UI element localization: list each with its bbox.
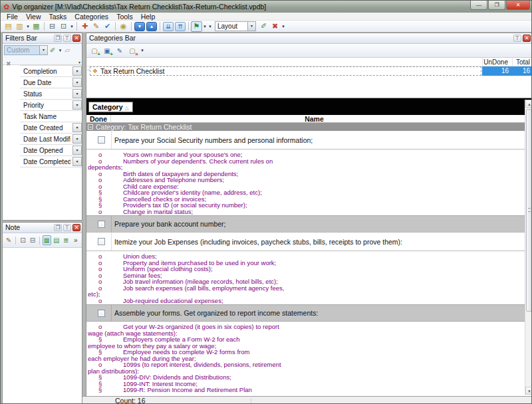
filter-preset-arrow-icon[interactable]: ▾ xyxy=(39,46,47,54)
note-print-button[interactable]: ⊟ xyxy=(29,235,37,245)
filter-row-date-last-modified[interactable]: Date Last Modified▾ xyxy=(20,134,82,145)
filter-row-priority[interactable]: Priority▾ xyxy=(20,100,82,111)
filters-overflow-icon[interactable]: ▾ xyxy=(78,60,80,64)
title-bar[interactable]: ✿ Vip organizer [M:\Vlad\Checklists\Tax … xyxy=(1,1,532,13)
print-preview-button-dropdown-icon[interactable]: ▾ xyxy=(69,24,74,29)
filter-row-date-opened[interactable]: Date Opened▾ xyxy=(20,145,82,156)
open-database-button[interactable]: ▥ xyxy=(14,21,25,32)
filter-row-date-completed[interactable]: Date Completed▾ xyxy=(20,156,82,167)
filter-row-due-date[interactable]: Due Date▾ xyxy=(20,77,82,88)
note-bullet-list-button[interactable]: ≣ xyxy=(62,235,70,245)
filter-apply-button[interactable]: ✐ xyxy=(50,47,55,54)
undone-column-header[interactable]: UnDone xyxy=(482,58,512,66)
collapse-group-icon[interactable]: − xyxy=(88,124,93,130)
note-overflow-button[interactable]: » xyxy=(72,235,80,245)
note-close-button[interactable]: ✕ xyxy=(72,224,80,231)
note-view-normal-button[interactable]: ▦ xyxy=(43,235,51,245)
task-checkbox[interactable] xyxy=(98,310,105,317)
total-column-header[interactable]: Total xyxy=(512,58,532,66)
add-category-button[interactable]: ▢+ xyxy=(89,46,100,56)
edit-category-button[interactable]: ✎ xyxy=(114,46,125,56)
filter-row-date-created[interactable]: Date Created▾ xyxy=(20,122,82,134)
task-checkbox[interactable] xyxy=(98,221,105,228)
filter-dropdown-date-created[interactable]: ▾ xyxy=(72,123,82,132)
move-up-button[interactable]: ▲ xyxy=(146,22,157,31)
task-row[interactable]: Assemble your forms. Get organized to re… xyxy=(86,304,525,322)
filter-preset-select[interactable]: Custom ▾ xyxy=(4,45,48,55)
menu-view[interactable]: View xyxy=(22,13,45,21)
add-subcategory-button[interactable]: ▣+ xyxy=(102,46,112,56)
filter-remove-button[interactable]: ✖ xyxy=(6,60,11,67)
filters-float-button[interactable]: ❐ xyxy=(54,35,62,42)
menu-tools[interactable]: Tools xyxy=(112,13,137,21)
customize-layout-button[interactable]: ✐ xyxy=(258,21,269,32)
menu-categories[interactable]: Categories xyxy=(70,13,112,21)
note-content[interactable] xyxy=(3,248,82,404)
task-checkbox[interactable] xyxy=(98,238,105,245)
filter-dropdown-date-opened[interactable]: ▾ xyxy=(72,146,82,155)
task-row[interactable]: Prepare your Social Security numbers and… xyxy=(86,131,525,150)
edit-task-button[interactable]: ✎ xyxy=(90,21,102,32)
done-column-header[interactable]: Done xyxy=(86,115,111,123)
task-row[interactable]: Itemize your Job Expenses (including inv… xyxy=(86,232,525,251)
edit-note-button[interactable]: ✎ xyxy=(5,235,13,245)
filter-dropdown-status[interactable]: ▾ xyxy=(72,89,82,98)
category-row[interactable]: ‒❖Tax Return Checklist1616 xyxy=(86,66,532,76)
task-row[interactable]: Prepare your bank account number; xyxy=(86,215,525,233)
new-task-button[interactable]: ✚ xyxy=(79,21,90,32)
scroll-down-icon[interactable]: ▼ xyxy=(525,387,532,395)
filters-pin-button[interactable]: ⊤ xyxy=(63,35,71,42)
group-by-category-chip[interactable]: Category △ xyxy=(88,102,133,112)
view-notes-button[interactable]: ◉ xyxy=(118,21,129,32)
filter-apply-dropdown-icon[interactable]: ▾ xyxy=(57,48,63,53)
categories-close-button[interactable]: ✕ xyxy=(523,35,531,42)
categories-pin-button[interactable]: ⊤ xyxy=(513,35,521,42)
menu-tasks[interactable]: Tasks xyxy=(45,13,71,21)
delete-category-button[interactable]: ▢× xyxy=(127,46,138,56)
print-preview-button[interactable]: ⊡ xyxy=(58,21,69,32)
vertical-scrollbar[interactable]: ▲ ▼ xyxy=(525,100,532,395)
scroll-up-icon[interactable]: ▲ xyxy=(525,100,532,108)
note-pin-button[interactable]: ⊤ xyxy=(63,224,71,231)
toolbar-overflow-button[interactable]: ▾ xyxy=(207,24,213,29)
note-float-button[interactable]: ❐ xyxy=(54,224,62,231)
toolbar-overflow-button[interactable]: ▾ xyxy=(281,24,286,29)
filters-close-button[interactable]: ✕ xyxy=(72,35,80,42)
complete-task-button[interactable]: ✔ xyxy=(102,21,113,32)
minimize-button[interactable]: — xyxy=(470,1,487,10)
flag-button-dropdown-icon[interactable]: ▾ xyxy=(202,24,207,29)
new-database-button[interactable]: ▤ xyxy=(3,21,14,32)
name-column-header[interactable]: Name xyxy=(111,115,517,123)
scrollbar-thumb[interactable] xyxy=(526,109,532,312)
filter-row-completion[interactable]: Completion▾ xyxy=(20,66,82,77)
edit-category-icon: ✎ xyxy=(117,47,122,54)
task-checkbox[interactable] xyxy=(98,136,105,144)
category-group-row[interactable]: − Category: Tax Return Checklist xyxy=(86,123,525,131)
filter-clear-button[interactable]: ▱ xyxy=(65,47,70,54)
toolbar-overflow-button[interactable]: ▾ xyxy=(140,48,145,53)
filter-dropdown-date-last-modified[interactable]: ▾ xyxy=(72,134,82,144)
filter-dropdown-due-date[interactable]: ▾ xyxy=(72,78,82,87)
note-print-preview-button[interactable]: ⊡ xyxy=(19,235,27,245)
print-button[interactable]: ⊟ xyxy=(47,21,58,32)
close-button[interactable]: ✕ xyxy=(506,1,530,10)
maximize-button[interactable]: ❐ xyxy=(488,1,505,10)
layout-select[interactable]: Layout ▾ xyxy=(215,21,256,31)
filter-dropdown-priority[interactable]: ▾ xyxy=(72,100,82,110)
delete-layout-button[interactable]: ✖ xyxy=(269,21,281,32)
filter-row-status[interactable]: Status▾ xyxy=(20,88,82,100)
expand-all-button[interactable]: ⇊ xyxy=(163,22,174,31)
filter-dropdown-date-completed[interactable]: ▾ xyxy=(72,157,82,166)
category-name-cell[interactable]: ❖Tax Return Checklist xyxy=(90,66,481,76)
collapse-all-button[interactable]: ⇈ xyxy=(175,22,186,31)
open-database-button-dropdown-icon[interactable]: ▾ xyxy=(25,24,31,29)
note-view-alt-button[interactable]: ▤ xyxy=(53,235,61,245)
menu-help[interactable]: Help xyxy=(137,13,160,21)
filter-row-task-name[interactable]: Task Name xyxy=(20,111,82,122)
save-database-button[interactable]: ▦ xyxy=(31,21,42,32)
menu-file[interactable]: File xyxy=(3,13,22,21)
move-down-button[interactable]: ▼ xyxy=(134,22,145,31)
filter-dropdown-completion[interactable]: ▾ xyxy=(72,66,82,76)
layout-select-arrow-icon[interactable]: ▾ xyxy=(247,22,255,31)
flag-button[interactable]: ⚑ xyxy=(191,21,202,32)
